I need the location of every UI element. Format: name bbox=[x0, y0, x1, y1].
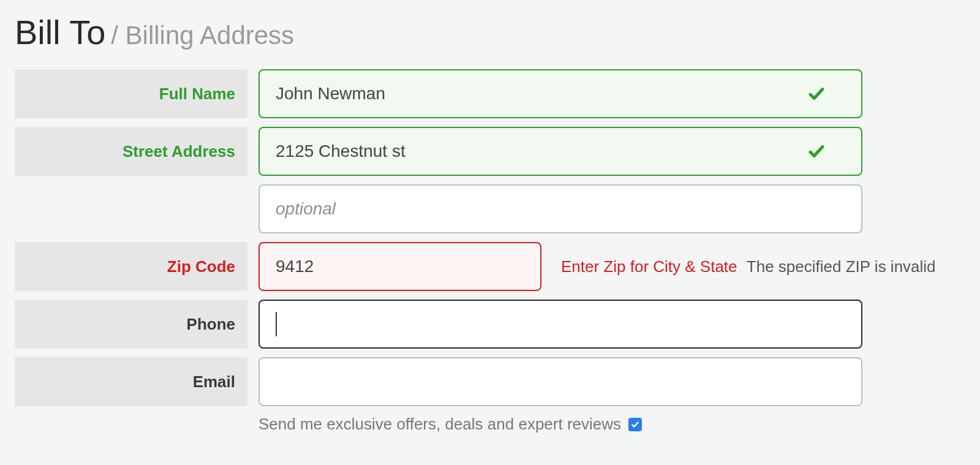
full-name-input[interactable] bbox=[258, 69, 862, 118]
street-address-input[interactable] bbox=[258, 127, 862, 176]
heading-sub: / Billing Address bbox=[111, 21, 294, 50]
section-heading: Bill To / Billing Address bbox=[15, 12, 965, 52]
street-address-2-input[interactable] bbox=[258, 184, 862, 233]
full-name-label: Full Name bbox=[15, 69, 247, 118]
email-input[interactable] bbox=[258, 357, 862, 406]
zip-error-text: The specified ZIP is invalid bbox=[747, 257, 936, 276]
zip-code-input[interactable] bbox=[258, 242, 541, 291]
zip-hint-text: Enter Zip for City & State bbox=[561, 257, 737, 276]
optin-checkbox[interactable] bbox=[628, 418, 642, 431]
optin-text: Send me exclusive offers, deals and expe… bbox=[258, 415, 621, 434]
phone-input[interactable] bbox=[258, 300, 862, 349]
street-address-2-label bbox=[15, 184, 247, 233]
email-label: Email bbox=[15, 357, 247, 406]
text-cursor bbox=[276, 312, 277, 336]
heading-main: Bill To bbox=[15, 13, 105, 51]
phone-label: Phone bbox=[15, 300, 247, 349]
zip-code-label: Zip Code bbox=[15, 242, 247, 291]
zip-code-message: Enter Zip for City & State The specified… bbox=[561, 257, 936, 276]
street-address-label: Street Address bbox=[15, 127, 247, 176]
